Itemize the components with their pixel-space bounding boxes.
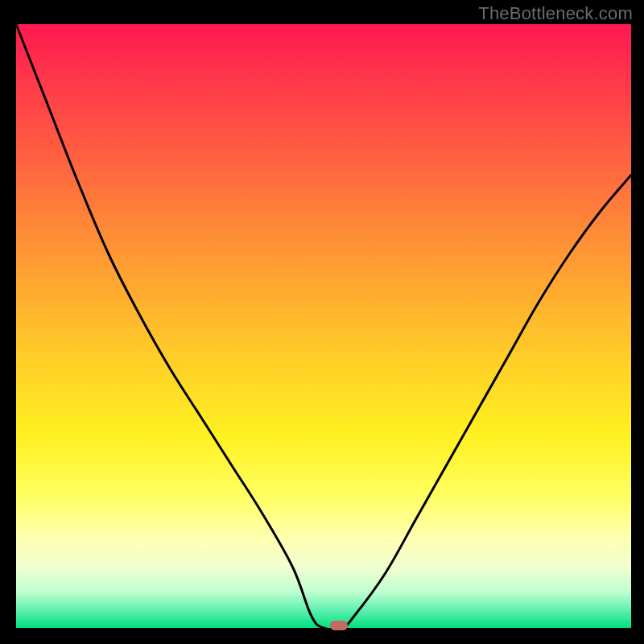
bottleneck-curve: [16, 24, 631, 628]
chart-container: TheBottleneck.com: [0, 0, 644, 644]
watermark-text: TheBottleneck.com: [478, 3, 633, 24]
optimal-point-marker: [330, 621, 348, 630]
